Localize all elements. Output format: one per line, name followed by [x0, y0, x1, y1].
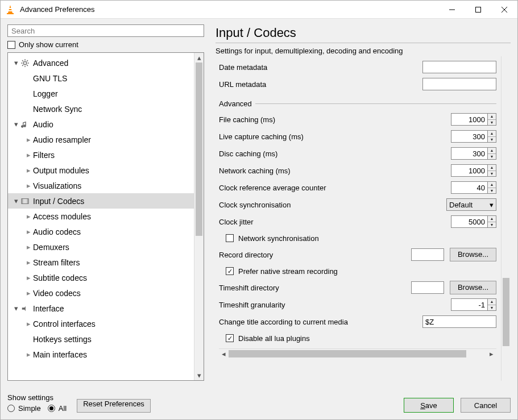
category-tree[interactable]: ▾AdvancedGNU TLSLoggerNetwork Sync▾Audio… — [8, 53, 194, 380]
clock-jitter-spinner[interactable]: 5000▲▼ — [451, 215, 496, 228]
page-description: Settings for input, demultiplexing, deco… — [216, 47, 511, 55]
tree-item-label: Video codecs — [33, 289, 81, 298]
tree-scrollbar[interactable]: ▴ ▾ — [194, 53, 204, 380]
network-sync-checkbox[interactable] — [226, 234, 234, 242]
settings-panel: Input / Codecs Settings for input, demul… — [216, 24, 511, 381]
disable-lua-checkbox[interactable] — [226, 334, 234, 342]
minimize-button[interactable] — [439, 1, 465, 19]
prefer-native-checkbox[interactable] — [226, 267, 234, 275]
tree-item-filters[interactable]: ▸Filters — [8, 147, 194, 163]
change-title-input[interactable] — [422, 315, 496, 328]
hscroll-thumb[interactable] — [229, 350, 466, 357]
chevron-right-icon[interactable]: ▸ — [24, 319, 33, 328]
tree-item-audio-resampler[interactable]: ▸Audio resampler — [8, 132, 194, 147]
svg-rect-2 — [9, 10, 13, 11]
tree-item-stream-filters[interactable]: ▸Stream filters — [8, 255, 194, 270]
tree-item-label: Network Sync — [33, 105, 82, 114]
tree-item-control-interfaces[interactable]: ▸Control interfaces — [8, 316, 194, 331]
tree-item-label: Input / Codecs — [33, 197, 84, 206]
tree-item-network-sync[interactable]: Network Sync — [8, 101, 194, 117]
chevron-down-icon[interactable]: ▾ — [11, 197, 20, 206]
svg-rect-5 — [476, 7, 481, 12]
tree-item-advanced[interactable]: ▾Advanced — [8, 55, 194, 70]
tree-item-label: Main interfaces — [33, 350, 87, 359]
divider — [216, 43, 511, 43]
clock-sync-select[interactable]: Default▾ — [446, 198, 496, 211]
chevron-down-icon[interactable]: ▾ — [11, 304, 20, 313]
chevron-right-icon[interactable]: ▸ — [24, 151, 33, 160]
tree-item-label: Filters — [33, 151, 55, 160]
record-dir-input[interactable] — [411, 248, 444, 261]
save-button[interactable]: Save — [404, 398, 454, 413]
simple-radio[interactable] — [7, 405, 15, 412]
clock-jitter-label: Clock jitter — [219, 218, 445, 226]
all-radio[interactable] — [48, 405, 55, 412]
chevron-down-icon[interactable]: ▾ — [11, 120, 20, 129]
tree-item-label: Access modules — [33, 212, 91, 221]
tree-item-audio-codecs[interactable]: ▸Audio codecs — [8, 224, 194, 239]
tree-item-label: Audio resampler — [33, 135, 91, 144]
tree-item-logger[interactable]: Logger — [8, 86, 194, 101]
chevron-right-icon[interactable]: ▸ — [24, 166, 33, 175]
tree-item-input-codecs[interactable]: ▾Input / Codecs — [8, 193, 194, 209]
clock-ref-avg-spinner[interactable]: 40▲▼ — [451, 181, 496, 194]
svg-point-8 — [23, 61, 26, 64]
timeshift-dir-browse-button[interactable]: Browse... — [450, 281, 496, 294]
url-metadata-label: URL metadata — [219, 80, 417, 89]
footer: Show settings Simple All Reset Preferenc… — [7, 381, 511, 413]
chevron-right-icon[interactable]: ▸ — [24, 212, 33, 221]
tree-item-subtitle-codecs[interactable]: ▸Subtitle codecs — [8, 270, 194, 285]
tree-item-main-interfaces[interactable]: ▸Main interfaces — [8, 347, 194, 362]
settings-vscrollbar[interactable] — [501, 56, 511, 381]
chevron-right-icon[interactable]: ▸ — [24, 273, 33, 282]
url-metadata-input[interactable] — [422, 78, 496, 90]
chevron-right-icon[interactable]: ▸ — [24, 227, 33, 236]
tree-item-access-modules[interactable]: ▸Access modules — [8, 209, 194, 224]
tree-item-audio[interactable]: ▾Audio — [8, 117, 194, 132]
chevron-right-icon[interactable]: ▸ — [24, 243, 33, 252]
settings-vscroll-thumb[interactable] — [503, 278, 509, 346]
date-metadata-input[interactable] — [422, 61, 496, 73]
tree-item-interface[interactable]: ▾Interface — [8, 301, 194, 316]
record-dir-browse-button[interactable]: Browse... — [450, 248, 496, 261]
maximize-button[interactable] — [465, 1, 491, 19]
record-dir-label: Record directory — [219, 251, 405, 259]
scroll-right-icon[interactable]: ▸ — [487, 349, 496, 359]
timeshift-gran-spinner[interactable]: -1▲▼ — [451, 298, 496, 311]
chevron-right-icon[interactable]: ▸ — [24, 289, 33, 298]
live-caching-spinner[interactable]: 300▲▼ — [451, 130, 496, 143]
scroll-thumb[interactable] — [196, 63, 202, 236]
chevron-right-icon[interactable]: ▸ — [24, 258, 33, 267]
tree-item-demuxers[interactable]: ▸Demuxers — [8, 239, 194, 255]
tree-item-hotkeys-settings[interactable]: Hotkeys settings — [8, 331, 194, 347]
tree-item-video-codecs[interactable]: ▸Video codecs — [8, 285, 194, 301]
timeshift-dir-input[interactable] — [411, 281, 444, 294]
tree-item-label: Advanced — [33, 59, 68, 68]
svg-line-15 — [22, 65, 23, 66]
scroll-left-icon[interactable]: ◂ — [219, 349, 229, 359]
tree-item-visualizations[interactable]: ▸Visualizations — [8, 178, 194, 193]
chevron-down-icon[interactable]: ▾ — [11, 59, 20, 68]
reset-preferences-button[interactable]: Reset Preferences — [77, 399, 151, 413]
network-caching-label: Network caching (ms) — [219, 167, 445, 175]
only-show-current-checkbox[interactable] — [7, 41, 15, 49]
file-caching-spinner[interactable]: 1000▲▼ — [451, 113, 496, 126]
scroll-up-icon[interactable]: ▴ — [194, 53, 204, 63]
clock-sync-label: Clock synchronisation — [219, 201, 441, 209]
chevron-right-icon[interactable]: ▸ — [24, 181, 33, 190]
simple-radio-label: Simple — [18, 404, 41, 413]
close-button[interactable] — [491, 1, 517, 19]
disc-caching-spinner[interactable]: 300▲▼ — [451, 147, 496, 160]
cancel-button[interactable]: Cancel — [461, 398, 511, 413]
tree-item-output-modules[interactable]: ▸Output modules — [8, 163, 194, 178]
chevron-right-icon[interactable]: ▸ — [24, 135, 33, 144]
scroll-down-icon[interactable]: ▾ — [194, 371, 204, 380]
network-caching-spinner[interactable]: 1000▲▼ — [451, 164, 496, 177]
chevron-right-icon[interactable]: ▸ — [24, 350, 33, 359]
tree-item-gnu-tls[interactable]: GNU TLS — [8, 70, 194, 86]
tree-item-label: Visualizations — [33, 181, 81, 190]
search-input[interactable] — [7, 24, 204, 37]
disc-caching-label: Disc caching (ms) — [219, 149, 445, 158]
settings-scroll: Date metadata URL metadata Advanced File… — [216, 56, 501, 381]
settings-hscrollbar[interactable]: ◂ ▸ — [219, 348, 496, 358]
